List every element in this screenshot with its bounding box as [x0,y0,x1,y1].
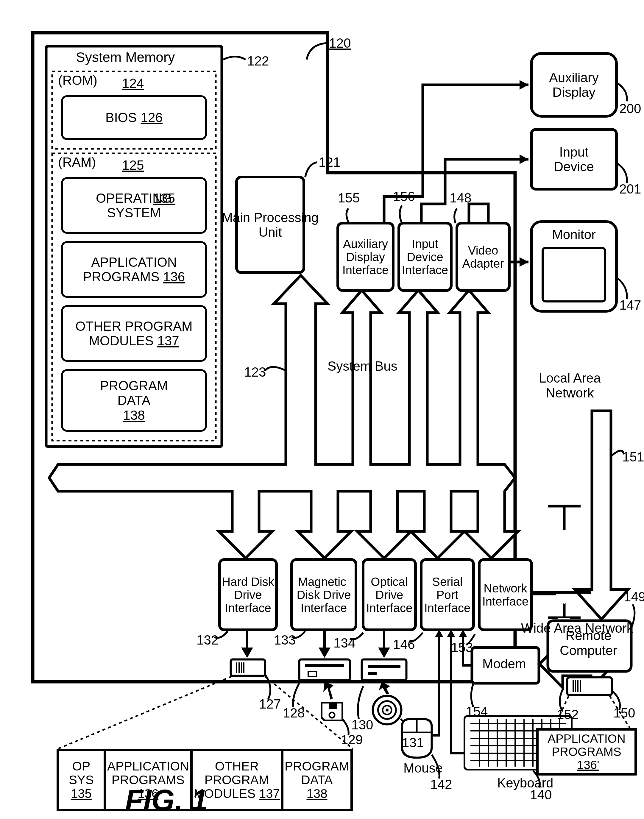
svg-line-35 [58,676,232,749]
bt-c4: PROGRAM DATA [285,759,349,787]
ref-135: 135 [153,191,175,206]
ref-149: 149 [624,589,644,604]
ref-140: 140 [530,787,552,802]
ref-124: 124 [122,76,144,91]
ref-127: 127 [259,697,281,712]
svg-point-12 [329,712,335,718]
svg-marker-58 [520,257,529,267]
ref-142: 142 [430,777,452,792]
ref-136: 136 [163,270,185,284]
odi-box: Optical Drive Interface [362,558,417,631]
ref-152: 152 [557,707,578,722]
cpu-box: Main Processing Unit [235,176,305,274]
rom-label: (ROM) [58,73,97,88]
mods-box: OTHER PROGRAM MODULES 137 [61,305,207,362]
ref-154: 154 [466,704,488,719]
ref-155: 155 [338,190,360,206]
ref-200: 200 [619,101,641,116]
aux-disp-label: Auxiliary Display [549,70,598,100]
ref-131: 131 [402,735,424,750]
in-if-box: Input Device Interface [397,222,452,292]
ref-148: 148 [449,190,471,206]
svg-rect-13 [362,659,406,680]
ref-120: 120 [329,36,351,51]
svg-rect-28 [567,677,612,695]
os-box: OPERATING SYSTEM 135 [61,177,207,234]
bt-c1: OP SYS [60,759,103,787]
ref-146: 146 [393,637,415,652]
ref-201: 201 [619,182,641,196]
svg-marker-57 [520,155,529,164]
svg-marker-56 [520,80,529,90]
ram-label: (RAM) [58,155,96,170]
ref-156: 156 [393,189,415,204]
ref-122: 122 [247,54,269,69]
bios-box: BIOS 126 [61,95,207,140]
aux-if-box: Auxiliary Display Interface [336,222,394,292]
modem-label: Modem [482,656,526,671]
ref-153: 153 [451,640,473,655]
svg-rect-14 [368,665,400,668]
app-label: APPLICATION PROGRAMS [83,255,177,284]
mdi-label: Magnetic Disk Drive Interface [296,575,351,615]
mouse-label: Mouse [403,761,443,776]
mdi-box: Magnetic Disk Drive Interface [290,558,357,631]
ref-151: 151 [622,449,644,465]
bus-label: System Bus [328,359,397,374]
ref-133: 133 [274,633,296,647]
ref-125: 125 [122,158,144,173]
svg-rect-3 [231,659,265,676]
ref-128: 128 [283,706,305,721]
svg-rect-15 [368,672,377,675]
vid-box: Video Adapter [455,222,511,292]
lan-label: Local Area Network [539,371,601,400]
odi-label: Optical Drive Interface [366,575,412,615]
ref-126: 126 [141,110,163,125]
vid-label: Video Adapter [462,244,504,270]
svg-rect-11 [329,703,337,709]
monitor-label: Monitor [538,227,610,242]
bt-c4-ref: 138 [307,787,327,801]
in-dev-box: Input Device [530,128,618,190]
pdata-box: PROGRAM DATA 138 [61,369,207,432]
ref-150: 150 [613,706,635,721]
cpu-label: Main Processing Unit [222,210,319,240]
figure-label: FIG. 1 [125,783,208,817]
in-dev-label: Input Device [554,145,594,174]
ref-121: 121 [319,155,340,170]
pdata-label: PROGRAM DATA [100,378,168,408]
aux-disp-box: Auxiliary Display [530,52,618,118]
spi-label: Serial Port Interface [424,575,471,615]
ref-137: 137 [157,333,179,348]
bt-c3-ref: 137 [259,787,280,801]
svg-point-17 [378,701,396,719]
in-if-label: Input Device Interface [402,237,448,276]
monitor-box: Monitor [530,220,618,313]
bios-label: BIOS [106,110,136,125]
bt-c1-ref: 135 [71,787,92,801]
remote-app-box: APPLICATION PROGRAMS 136' [536,728,637,776]
ref-123: 123 [244,365,266,380]
spi-box: Serial Port Interface [420,558,475,631]
ni-label: Network Interface [482,582,529,608]
ref-134: 134 [333,636,355,650]
remote-app-label: APPLICATION PROGRAMS [547,732,626,758]
ref-130: 130 [351,718,373,732]
svg-point-18 [383,706,391,715]
hdi-box: Hard Disk Drive Interface [218,558,278,631]
aux-if-label: Auxiliary Display Interface [342,237,389,276]
hdi-label: Hard Disk Drive Interface [222,575,274,615]
ref-147: 147 [619,298,641,313]
sys-mem-title: System Memory [76,49,175,65]
svg-point-19 [386,709,388,712]
app-box: APPLICATION PROGRAMS 136 [61,241,207,298]
diagram-canvas: 120 System Memory 122 (ROM) 124 BIOS 126… [6,6,644,819]
monitor-screen [541,247,606,302]
svg-rect-10 [308,671,316,677]
ref-132: 132 [196,633,218,647]
ref-136p: 136' [577,758,599,771]
svg-point-16 [373,696,401,724]
ref-138: 138 [123,408,145,422]
ni-box: Network Interface [478,558,533,631]
svg-line-36 [265,676,353,749]
